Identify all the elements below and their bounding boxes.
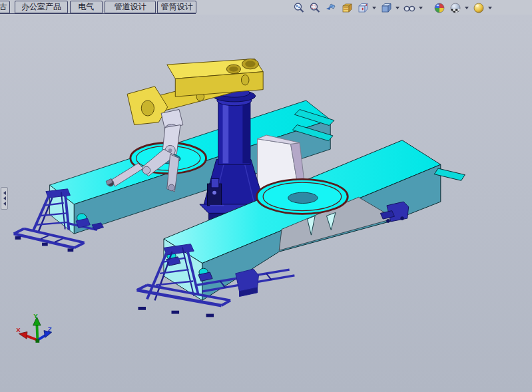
zoom-to-area-button[interactable]: [308, 1, 322, 14]
tab-label: 古: [0, 1, 7, 13]
hide-show-items-icon: [403, 2, 415, 14]
view-settings-icon: [473, 2, 485, 14]
hide-show-items-dropdown-caret[interactable]: [418, 1, 423, 14]
previous-view-icon: [325, 2, 337, 14]
expand-left-arrow-icon: [3, 196, 6, 200]
front-rotation-ring[interactable]: [257, 179, 348, 214]
tab-tubing-design[interactable]: 管筒设计: [157, 1, 196, 13]
apply-scene-button[interactable]: [448, 1, 462, 14]
tab-underline: [0, 13, 196, 14]
apply-scene-dropdown-caret[interactable]: [464, 1, 469, 14]
viewport-3d[interactable]: Y X Z: [0, 15, 532, 392]
hide-show-items-button[interactable]: [402, 1, 416, 14]
triad-y-label: Y: [33, 312, 38, 319]
view-settings-dropdown-caret[interactable]: [487, 1, 493, 14]
display-style-icon: [380, 2, 392, 14]
previous-view-button[interactable]: [324, 1, 338, 14]
view-orientation-button[interactable]: [356, 1, 370, 14]
tab-label: 管道设计: [115, 1, 146, 13]
tab-electrical[interactable]: 电气: [70, 1, 103, 13]
edit-appearance-icon: [433, 2, 445, 14]
zoom-to-fit-icon: [293, 2, 305, 14]
zoom-to-fit-button[interactable]: [292, 1, 306, 14]
section-view-button[interactable]: [340, 1, 354, 14]
tab-label: 管筒设计: [161, 1, 193, 13]
apply-scene-icon: [449, 2, 461, 14]
zoom-to-area-icon: [309, 2, 321, 14]
edit-appearance-button[interactable]: [432, 1, 446, 14]
section-view-icon: [341, 2, 353, 14]
beam-support-bracket-left[interactable]: [236, 269, 259, 296]
heads-up-view-toolbar: [292, 1, 493, 14]
tab-label: 办公室产品: [21, 1, 61, 13]
triad-z-label: Z: [48, 325, 52, 333]
toolbar-spacer: [425, 7, 430, 8]
display-style-button[interactable]: [379, 1, 393, 14]
view-settings-button[interactable]: [471, 1, 485, 14]
expand-left-arrow-icon: [3, 202, 6, 206]
expand-left-arrow-icon: [3, 191, 6, 195]
tab-label: 电气: [79, 1, 95, 13]
command-manager-bar: 古 办公室产品 电气 管道设计 管筒设计: [0, 0, 532, 15]
model-scene[interactable]: Y X Z: [0, 15, 532, 392]
orientation-triad: Y X Z: [16, 312, 51, 343]
view-orientation-dropdown-caret[interactable]: [372, 1, 377, 14]
tab-partial[interactable]: 古: [0, 1, 10, 13]
view-orientation-icon: [357, 2, 369, 14]
display-style-dropdown-caret[interactable]: [395, 1, 400, 14]
tab-piping-design[interactable]: 管道设计: [105, 1, 156, 13]
triad-x-label: X: [16, 326, 21, 333]
feature-panel-expander[interactable]: [1, 187, 8, 210]
tab-office-products[interactable]: 办公室产品: [15, 1, 68, 13]
